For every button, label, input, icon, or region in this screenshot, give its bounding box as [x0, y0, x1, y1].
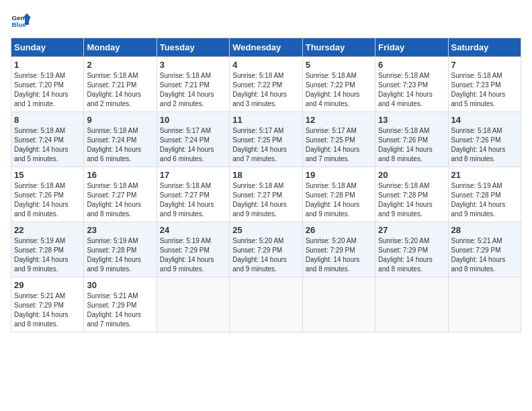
day-cell: 10Sunrise: 5:17 AM Sunset: 7:24 PM Dayli… [157, 112, 229, 167]
day-number: 26 [306, 225, 372, 235]
day-cell: 20Sunrise: 5:18 AM Sunset: 7:28 PM Dayli… [375, 167, 448, 222]
day-number: 9 [87, 115, 153, 125]
day-info: Sunrise: 5:18 AM Sunset: 7:28 PM Dayligh… [306, 181, 372, 219]
day-cell [448, 277, 521, 332]
col-header-saturday: Saturday [448, 38, 521, 57]
header-row: SundayMondayTuesdayWednesdayThursdayFrid… [11, 38, 521, 57]
logo-icon: General Blue [11, 11, 31, 31]
day-number: 8 [14, 115, 81, 125]
col-header-monday: Monday [84, 38, 157, 57]
day-number: 14 [451, 115, 518, 125]
day-number: 1 [14, 60, 81, 70]
day-number: 19 [306, 170, 372, 180]
day-cell: 3Sunrise: 5:18 AM Sunset: 7:21 PM Daylig… [157, 57, 229, 112]
day-cell: 24Sunrise: 5:19 AM Sunset: 7:29 PM Dayli… [157, 222, 229, 277]
day-info: Sunrise: 5:19 AM Sunset: 7:28 PM Dayligh… [87, 236, 153, 274]
day-cell [157, 277, 229, 332]
day-info: Sunrise: 5:20 AM Sunset: 7:29 PM Dayligh… [306, 236, 372, 274]
col-header-wednesday: Wednesday [230, 38, 302, 57]
day-info: Sunrise: 5:18 AM Sunset: 7:27 PM Dayligh… [232, 181, 299, 219]
day-cell: 5Sunrise: 5:18 AM Sunset: 7:22 PM Daylig… [302, 57, 375, 112]
day-cell: 12Sunrise: 5:17 AM Sunset: 7:25 PM Dayli… [302, 112, 375, 167]
day-cell: 25Sunrise: 5:20 AM Sunset: 7:29 PM Dayli… [230, 222, 302, 277]
day-info: Sunrise: 5:18 AM Sunset: 7:21 PM Dayligh… [160, 71, 226, 109]
day-number: 3 [160, 60, 226, 70]
day-info: Sunrise: 5:17 AM Sunset: 7:24 PM Dayligh… [160, 126, 226, 164]
day-cell: 23Sunrise: 5:19 AM Sunset: 7:28 PM Dayli… [84, 222, 157, 277]
day-cell: 8Sunrise: 5:18 AM Sunset: 7:24 PM Daylig… [11, 112, 84, 167]
svg-text:Blue: Blue [12, 21, 27, 28]
day-number: 2 [87, 60, 153, 70]
day-info: Sunrise: 5:17 AM Sunset: 7:25 PM Dayligh… [232, 126, 299, 164]
day-number: 24 [160, 225, 226, 235]
day-info: Sunrise: 5:18 AM Sunset: 7:27 PM Dayligh… [87, 181, 153, 219]
day-number: 30 [87, 280, 153, 290]
logo: General Blue [11, 11, 31, 31]
day-info: Sunrise: 5:18 AM Sunset: 7:26 PM Dayligh… [14, 181, 81, 219]
day-cell: 30Sunrise: 5:21 AM Sunset: 7:29 PM Dayli… [84, 277, 157, 332]
day-cell: 28Sunrise: 5:21 AM Sunset: 7:29 PM Dayli… [448, 222, 521, 277]
day-number: 6 [378, 60, 445, 70]
day-number: 21 [451, 170, 518, 180]
day-number: 29 [14, 280, 81, 290]
day-number: 4 [232, 60, 299, 70]
day-info: Sunrise: 5:18 AM Sunset: 7:27 PM Dayligh… [160, 181, 226, 219]
day-cell [375, 277, 448, 332]
day-cell [230, 277, 302, 332]
day-cell: 6Sunrise: 5:18 AM Sunset: 7:23 PM Daylig… [375, 57, 448, 112]
week-row-2: 8Sunrise: 5:18 AM Sunset: 7:24 PM Daylig… [11, 112, 521, 167]
day-info: Sunrise: 5:21 AM Sunset: 7:29 PM Dayligh… [14, 291, 81, 329]
day-number: 28 [451, 225, 518, 235]
day-cell: 26Sunrise: 5:20 AM Sunset: 7:29 PM Dayli… [302, 222, 375, 277]
day-cell: 4Sunrise: 5:18 AM Sunset: 7:22 PM Daylig… [230, 57, 302, 112]
day-number: 11 [232, 115, 299, 125]
day-cell: 18Sunrise: 5:18 AM Sunset: 7:27 PM Dayli… [230, 167, 302, 222]
col-header-tuesday: Tuesday [157, 38, 229, 57]
day-info: Sunrise: 5:18 AM Sunset: 7:22 PM Dayligh… [306, 71, 372, 109]
day-info: Sunrise: 5:20 AM Sunset: 7:29 PM Dayligh… [378, 236, 445, 274]
day-number: 10 [160, 115, 226, 125]
day-info: Sunrise: 5:20 AM Sunset: 7:29 PM Dayligh… [232, 236, 299, 274]
col-header-sunday: Sunday [11, 38, 84, 57]
day-info: Sunrise: 5:19 AM Sunset: 7:20 PM Dayligh… [14, 71, 81, 109]
week-row-3: 15Sunrise: 5:18 AM Sunset: 7:26 PM Dayli… [11, 167, 521, 222]
col-header-thursday: Thursday [302, 38, 375, 57]
day-cell: 11Sunrise: 5:17 AM Sunset: 7:25 PM Dayli… [230, 112, 302, 167]
day-number: 7 [451, 60, 518, 70]
day-cell: 7Sunrise: 5:18 AM Sunset: 7:23 PM Daylig… [448, 57, 521, 112]
day-number: 25 [232, 225, 299, 235]
day-cell: 19Sunrise: 5:18 AM Sunset: 7:28 PM Dayli… [302, 167, 375, 222]
day-cell: 14Sunrise: 5:18 AM Sunset: 7:26 PM Dayli… [448, 112, 521, 167]
day-number: 23 [87, 225, 153, 235]
day-info: Sunrise: 5:18 AM Sunset: 7:28 PM Dayligh… [378, 181, 445, 219]
day-cell: 29Sunrise: 5:21 AM Sunset: 7:29 PM Dayli… [11, 277, 84, 332]
day-cell: 17Sunrise: 5:18 AM Sunset: 7:27 PM Dayli… [157, 167, 229, 222]
day-info: Sunrise: 5:19 AM Sunset: 7:29 PM Dayligh… [160, 236, 226, 274]
day-number: 22 [14, 225, 81, 235]
week-row-4: 22Sunrise: 5:19 AM Sunset: 7:28 PM Dayli… [11, 222, 521, 277]
day-cell: 2Sunrise: 5:18 AM Sunset: 7:21 PM Daylig… [84, 57, 157, 112]
day-info: Sunrise: 5:18 AM Sunset: 7:21 PM Dayligh… [87, 71, 153, 109]
day-number: 17 [160, 170, 226, 180]
day-info: Sunrise: 5:18 AM Sunset: 7:23 PM Dayligh… [378, 71, 445, 109]
day-info: Sunrise: 5:18 AM Sunset: 7:24 PM Dayligh… [87, 126, 153, 164]
day-info: Sunrise: 5:19 AM Sunset: 7:28 PM Dayligh… [14, 236, 81, 274]
day-number: 5 [306, 60, 372, 70]
col-header-friday: Friday [375, 38, 448, 57]
day-cell: 22Sunrise: 5:19 AM Sunset: 7:28 PM Dayli… [11, 222, 84, 277]
day-info: Sunrise: 5:21 AM Sunset: 7:29 PM Dayligh… [87, 291, 153, 329]
day-number: 18 [232, 170, 299, 180]
day-cell: 1Sunrise: 5:19 AM Sunset: 7:20 PM Daylig… [11, 57, 84, 112]
day-info: Sunrise: 5:18 AM Sunset: 7:26 PM Dayligh… [451, 126, 518, 164]
header: General Blue [11, 11, 521, 31]
day-number: 27 [378, 225, 445, 235]
day-cell: 9Sunrise: 5:18 AM Sunset: 7:24 PM Daylig… [84, 112, 157, 167]
day-info: Sunrise: 5:17 AM Sunset: 7:25 PM Dayligh… [306, 126, 372, 164]
day-info: Sunrise: 5:18 AM Sunset: 7:23 PM Dayligh… [451, 71, 518, 109]
day-number: 12 [306, 115, 372, 125]
day-number: 16 [87, 170, 153, 180]
calendar-table: SundayMondayTuesdayWednesdayThursdayFrid… [11, 38, 521, 332]
day-cell: 15Sunrise: 5:18 AM Sunset: 7:26 PM Dayli… [11, 167, 84, 222]
day-number: 15 [14, 170, 81, 180]
day-info: Sunrise: 5:18 AM Sunset: 7:26 PM Dayligh… [378, 126, 445, 164]
